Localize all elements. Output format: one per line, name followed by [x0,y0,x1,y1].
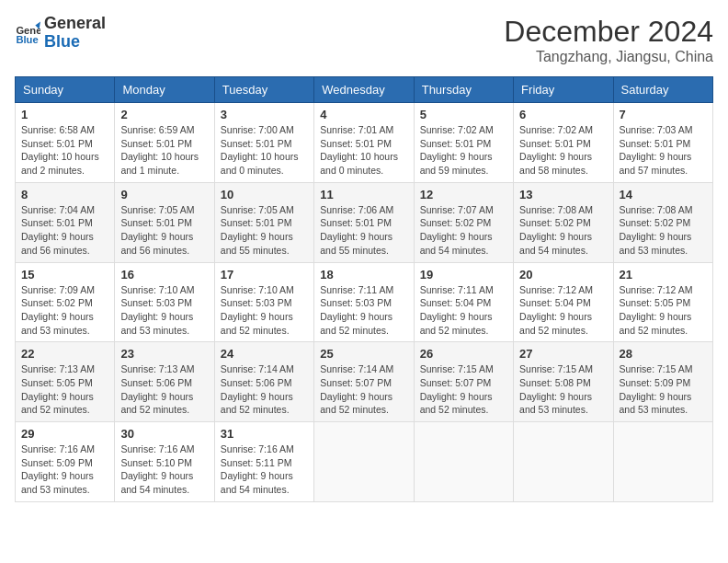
logo-blue: Blue [44,33,106,52]
col-header-thursday: Thursday [414,77,513,103]
header-row: SundayMondayTuesdayWednesdayThursdayFrid… [16,77,713,103]
day-number: 25 [320,347,407,361]
week-row-2: 8Sunrise: 7:04 AM Sunset: 5:01 PM Daylig… [16,182,713,262]
col-header-sunday: Sunday [16,77,115,103]
logo: General Blue General Blue [15,15,106,52]
week-row-4: 22Sunrise: 7:13 AM Sunset: 5:05 PM Dayli… [16,342,713,422]
day-cell: 11Sunrise: 7:06 AM Sunset: 5:01 PM Dayli… [314,182,414,262]
col-header-monday: Monday [115,77,214,103]
day-number: 1 [21,108,108,121]
day-info: Sunrise: 7:13 AM Sunset: 5:06 PM Dayligh… [120,362,208,417]
day-info: Sunrise: 7:07 AM Sunset: 5:02 PM Dayligh… [420,203,507,258]
day-info: Sunrise: 7:16 AM Sunset: 5:11 PM Dayligh… [221,442,308,497]
day-number: 15 [21,268,108,282]
day-cell: 9Sunrise: 7:05 AM Sunset: 5:01 PM Daylig… [115,182,214,262]
day-number: 27 [519,347,607,361]
day-number: 29 [21,427,108,441]
col-header-friday: Friday [514,77,613,103]
day-number: 10 [221,188,308,201]
day-info: Sunrise: 7:02 AM Sunset: 5:01 PM Dayligh… [519,123,607,178]
day-cell: 22Sunrise: 7:13 AM Sunset: 5:05 PM Dayli… [16,342,115,422]
day-info: Sunrise: 7:11 AM Sunset: 5:04 PM Dayligh… [420,283,507,338]
day-cell [314,422,414,502]
day-cell: 28Sunrise: 7:15 AM Sunset: 5:09 PM Dayli… [613,342,712,422]
day-number: 7 [620,108,707,121]
col-header-tuesday: Tuesday [214,77,313,103]
day-info: Sunrise: 7:15 AM Sunset: 5:09 PM Dayligh… [620,362,707,417]
day-cell: 6Sunrise: 7:02 AM Sunset: 5:01 PM Daylig… [514,103,613,183]
day-number: 16 [120,268,208,282]
day-cell: 13Sunrise: 7:08 AM Sunset: 5:02 PM Dayli… [514,182,613,262]
day-cell: 4Sunrise: 7:01 AM Sunset: 5:01 PM Daylig… [314,103,414,183]
day-info: Sunrise: 7:08 AM Sunset: 5:02 PM Dayligh… [519,203,607,258]
day-info: Sunrise: 6:59 AM Sunset: 5:01 PM Dayligh… [120,123,208,178]
day-info: Sunrise: 7:05 AM Sunset: 5:01 PM Dayligh… [120,203,208,258]
col-header-wednesday: Wednesday [314,77,414,103]
day-cell: 2Sunrise: 6:59 AM Sunset: 5:01 PM Daylig… [115,103,214,183]
day-info: Sunrise: 7:10 AM Sunset: 5:03 PM Dayligh… [120,283,208,338]
logo-icon: General Blue [15,20,40,46]
logo-general: General [44,15,106,33]
day-info: Sunrise: 7:04 AM Sunset: 5:01 PM Dayligh… [21,203,108,258]
col-header-saturday: Saturday [613,77,712,103]
month-title: December 2024 [504,15,713,49]
day-cell: 12Sunrise: 7:07 AM Sunset: 5:02 PM Dayli… [414,182,513,262]
day-cell: 19Sunrise: 7:11 AM Sunset: 5:04 PM Dayli… [414,262,513,342]
day-info: Sunrise: 7:15 AM Sunset: 5:07 PM Dayligh… [420,362,507,417]
day-info: Sunrise: 7:06 AM Sunset: 5:01 PM Dayligh… [320,203,407,258]
day-info: Sunrise: 7:11 AM Sunset: 5:03 PM Dayligh… [320,283,407,338]
day-info: Sunrise: 7:16 AM Sunset: 5:10 PM Dayligh… [120,442,208,497]
day-cell: 14Sunrise: 7:08 AM Sunset: 5:02 PM Dayli… [613,182,712,262]
day-cell: 17Sunrise: 7:10 AM Sunset: 5:03 PM Dayli… [214,262,313,342]
day-cell: 24Sunrise: 7:14 AM Sunset: 5:06 PM Dayli… [214,342,313,422]
day-cell: 3Sunrise: 7:00 AM Sunset: 5:01 PM Daylig… [214,103,313,183]
day-number: 21 [620,268,707,282]
day-number: 24 [221,347,308,361]
day-cell: 15Sunrise: 7:09 AM Sunset: 5:02 PM Dayli… [16,262,115,342]
day-number: 5 [420,108,507,121]
day-number: 8 [21,188,108,201]
day-number: 17 [221,268,308,282]
page-header: General Blue General Blue December 2024 … [15,15,713,65]
day-number: 19 [420,268,507,282]
day-number: 18 [320,268,407,282]
day-cell: 1Sunrise: 6:58 AM Sunset: 5:01 PM Daylig… [16,103,115,183]
day-cell: 29Sunrise: 7:16 AM Sunset: 5:09 PM Dayli… [16,422,115,502]
day-info: Sunrise: 7:16 AM Sunset: 5:09 PM Dayligh… [21,442,108,497]
day-number: 23 [120,347,208,361]
day-info: Sunrise: 7:03 AM Sunset: 5:01 PM Dayligh… [620,123,707,178]
calendar: SundayMondayTuesdayWednesdayThursdayFrid… [15,76,713,502]
day-number: 22 [21,347,108,361]
week-row-5: 29Sunrise: 7:16 AM Sunset: 5:09 PM Dayli… [16,422,713,502]
day-cell: 10Sunrise: 7:05 AM Sunset: 5:01 PM Dayli… [214,182,313,262]
day-number: 4 [320,108,407,121]
day-cell [613,422,712,502]
day-cell: 18Sunrise: 7:11 AM Sunset: 5:03 PM Dayli… [314,262,414,342]
location: Tangzhang, Jiangsu, China [504,49,713,65]
day-info: Sunrise: 7:12 AM Sunset: 5:04 PM Dayligh… [519,283,607,338]
day-info: Sunrise: 7:05 AM Sunset: 5:01 PM Dayligh… [221,203,308,258]
title-block: December 2024 Tangzhang, Jiangsu, China [504,15,713,65]
day-info: Sunrise: 7:09 AM Sunset: 5:02 PM Dayligh… [21,283,108,338]
day-cell: 30Sunrise: 7:16 AM Sunset: 5:10 PM Dayli… [115,422,214,502]
day-info: Sunrise: 7:01 AM Sunset: 5:01 PM Dayligh… [320,123,407,178]
day-info: Sunrise: 6:58 AM Sunset: 5:01 PM Dayligh… [21,123,108,178]
day-number: 20 [519,268,607,282]
day-cell: 21Sunrise: 7:12 AM Sunset: 5:05 PM Dayli… [613,262,712,342]
day-number: 2 [120,108,208,121]
day-cell: 7Sunrise: 7:03 AM Sunset: 5:01 PM Daylig… [613,103,712,183]
week-row-1: 1Sunrise: 6:58 AM Sunset: 5:01 PM Daylig… [16,103,713,183]
day-info: Sunrise: 7:13 AM Sunset: 5:05 PM Dayligh… [21,362,108,417]
day-number: 31 [221,427,308,441]
day-cell: 5Sunrise: 7:02 AM Sunset: 5:01 PM Daylig… [414,103,513,183]
day-cell: 16Sunrise: 7:10 AM Sunset: 5:03 PM Dayli… [115,262,214,342]
day-cell: 25Sunrise: 7:14 AM Sunset: 5:07 PM Dayli… [314,342,414,422]
day-info: Sunrise: 7:15 AM Sunset: 5:08 PM Dayligh… [519,362,607,417]
day-cell: 26Sunrise: 7:15 AM Sunset: 5:07 PM Dayli… [414,342,513,422]
day-cell: 20Sunrise: 7:12 AM Sunset: 5:04 PM Dayli… [514,262,613,342]
day-info: Sunrise: 7:14 AM Sunset: 5:06 PM Dayligh… [221,362,308,417]
day-number: 28 [620,347,707,361]
day-number: 9 [120,188,208,201]
day-info: Sunrise: 7:02 AM Sunset: 5:01 PM Dayligh… [420,123,507,178]
week-row-3: 15Sunrise: 7:09 AM Sunset: 5:02 PM Dayli… [16,262,713,342]
